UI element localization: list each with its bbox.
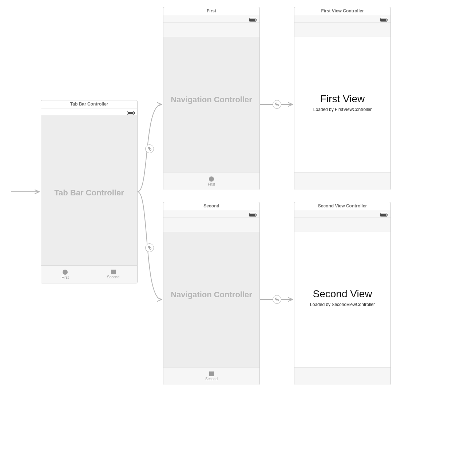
svg-rect-23 [257,214,257,216]
segue-icon[interactable] [145,144,154,153]
segue-icon[interactable] [145,243,154,252]
navigation-bar[interactable] [294,23,390,38]
svg-rect-17 [257,19,257,21]
scene-body: First View Loaded by FirstViewController [294,37,390,172]
status-bar [294,210,390,218]
navigation-bar[interactable] [163,218,259,233]
svg-rect-14 [134,112,135,114]
tab-item-first[interactable]: First [41,266,89,283]
scene-vc-second[interactable]: Second View Controller Second View Loade… [294,202,391,385]
svg-line-2 [150,149,150,149]
status-bar [41,108,137,116]
svg-rect-25 [381,214,386,216]
scene-title: First View Controller [294,7,390,15]
scene-title: First [163,7,259,15]
svg-rect-19 [381,19,386,21]
scene-body: Navigation Controller [163,37,259,172]
status-bar [163,210,259,218]
view-heading: First View [294,93,390,105]
svg-rect-22 [250,214,255,216]
scene-vc-first[interactable]: First View Controller First View Loaded … [294,7,391,190]
tab-item-second[interactable]: Second [163,367,259,385]
tab-item-label: First [208,182,215,186]
scene-body: Tab Bar Controller [41,115,137,266]
placeholder-label: Navigation Controller [163,95,259,104]
battery-icon [249,212,257,218]
svg-rect-13 [128,112,133,114]
scene-body: Second View Loaded by SecondViewControll… [294,232,390,367]
tab-bar [294,367,390,385]
tab-bar: Second [163,367,259,385]
battery-icon [380,212,388,218]
status-bar [294,15,390,23]
tab-item-label: First [62,275,68,279]
navigation-bar[interactable] [163,23,259,38]
segue-icon[interactable] [273,295,281,304]
view-subheading: Loaded by SecondViewController [294,302,390,307]
scene-title: Tab Bar Controller [41,100,137,108]
scene-tab-bar-controller[interactable]: Tab Bar Controller Tab Bar Controller Fi… [41,100,138,283]
scene-nav-second[interactable]: Second Navigation Controller Second [163,202,260,385]
status-bar [163,15,259,23]
tab-item-second[interactable]: Second [89,266,137,283]
battery-icon [249,17,257,23]
scene-nav-first[interactable]: First Navigation Controller First [163,7,260,190]
segue-icon[interactable] [273,100,281,109]
battery-icon [380,17,388,23]
storyboard-canvas[interactable]: Tab Bar Controller Tab Bar Controller Fi… [0,0,476,473]
navigation-bar[interactable] [294,218,390,233]
tab-bar: First Second [41,265,137,283]
svg-rect-20 [388,19,388,21]
square-icon [111,270,116,274]
circle-icon [63,270,68,275]
circle-icon [209,176,214,182]
svg-rect-26 [388,214,388,216]
view-heading: Second View [294,288,390,300]
svg-line-11 [277,299,277,300]
tab-item-label: Second [107,275,119,279]
svg-rect-16 [250,19,255,21]
placeholder-label: Navigation Controller [163,290,259,299]
tab-bar: First [163,172,259,190]
scene-body: Navigation Controller [163,232,259,367]
svg-line-5 [150,248,150,248]
view-subheading: Loaded by FirstViewController [294,107,390,112]
tab-item-first[interactable]: First [163,172,259,190]
scene-title: Second View Controller [294,202,390,210]
tab-item-label: Second [205,377,218,381]
svg-line-8 [277,104,277,105]
placeholder-label: Tab Bar Controller [41,188,137,198]
scene-title: Second [163,202,259,210]
square-icon [209,371,214,376]
tab-bar [294,172,390,190]
